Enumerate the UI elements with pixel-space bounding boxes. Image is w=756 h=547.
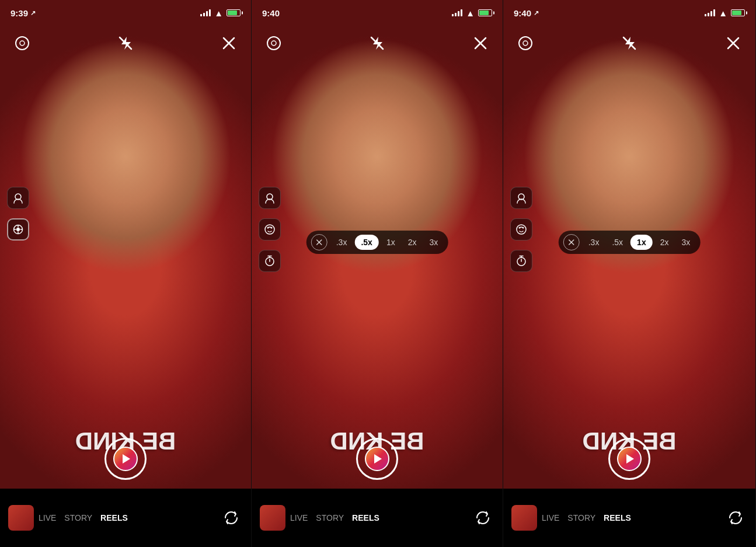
flash-off-button-2[interactable]	[367, 33, 388, 54]
face-effects-button-1[interactable]	[7, 187, 29, 209]
reels-capture-icon-1	[113, 447, 138, 471]
gallery-thumbnail-2[interactable]	[260, 505, 285, 531]
timer-button-3[interactable]	[510, 250, 532, 272]
capture-button-1[interactable]	[104, 438, 147, 480]
status-bar-2: 9:40 ▲	[252, 0, 503, 26]
mode-tab-live-2[interactable]: LIVE	[290, 513, 308, 522]
status-bar-3: 9:40 ↗ ▲	[503, 0, 755, 26]
svg-point-18	[265, 225, 274, 234]
settings-button-3[interactable]	[515, 33, 536, 54]
status-icons-3: ▲	[705, 8, 745, 18]
zoom-03x-3[interactable]: .3x	[583, 235, 605, 250]
reels-play-triangle-2	[374, 454, 382, 464]
face-effects-button-2[interactable]	[259, 187, 281, 209]
reels-play-triangle-3	[626, 454, 634, 464]
location-arrow-1: ↗	[30, 9, 36, 17]
svg-point-35	[522, 227, 524, 229]
wifi-icon-2: ▲	[466, 8, 475, 18]
flip-camera-button-1[interactable]	[220, 506, 243, 529]
camera-controls-1	[0, 26, 251, 61]
phone-panel-2: BE KND 9:40 ▲	[252, 0, 503, 547]
wifi-icon-3: ▲	[719, 8, 727, 18]
phone-panel-1: BE KIND 9:39 ↗ ▲	[0, 0, 252, 547]
svg-point-13	[271, 41, 276, 46]
face-background-1	[0, 0, 251, 489]
zoom-3x-2[interactable]: 3x	[424, 235, 443, 250]
signal-bars-3	[705, 9, 715, 16]
flash-off-button-3[interactable]	[619, 33, 640, 54]
zoom-2x-3[interactable]: 2x	[655, 235, 674, 250]
mode-tabs-2: LIVE STORY REELS	[290, 513, 471, 522]
svg-point-27	[519, 37, 532, 50]
mode-tab-story-1[interactable]: STORY	[64, 513, 92, 522]
location-arrow-3: ↗	[534, 9, 539, 17]
zoom-close-button-2[interactable]	[311, 234, 328, 250]
left-controls-1	[7, 187, 29, 241]
svg-point-0	[16, 37, 29, 50]
camera-controls-2	[252, 26, 503, 61]
filters-button-2[interactable]	[259, 218, 281, 241]
mode-tab-reels-1[interactable]: REELS	[100, 513, 128, 522]
zoom-3x-3[interactable]: 3x	[676, 235, 695, 250]
battery-icon-2	[478, 9, 492, 16]
speed-button-1[interactable]	[7, 218, 29, 241]
zoom-05x-3[interactable]: .5x	[607, 235, 628, 250]
left-controls-2	[259, 187, 281, 272]
zoom-close-button-3[interactable]	[563, 234, 580, 250]
status-time-1: 9:39	[11, 8, 28, 18]
mode-tabs-1: LIVE STORY REELS	[39, 513, 220, 522]
left-controls-3	[510, 187, 532, 272]
battery-icon-1	[227, 9, 241, 16]
close-button-2[interactable]	[470, 33, 491, 54]
svg-point-33	[517, 225, 526, 234]
timer-button-2[interactable]	[259, 250, 281, 272]
status-icons-2: ▲	[452, 8, 492, 18]
zoom-03x-2[interactable]: .3x	[331, 235, 353, 250]
mode-tab-reels-2[interactable]: REELS	[352, 513, 379, 522]
status-bar-1: 9:39 ↗ ▲	[0, 0, 251, 26]
flip-camera-button-3[interactable]	[724, 506, 747, 529]
battery-icon-3	[731, 9, 745, 16]
capture-button-3[interactable]	[608, 438, 650, 480]
zoom-05x-2[interactable]: .5x	[354, 235, 378, 250]
svg-point-12	[267, 37, 280, 50]
filters-button-3[interactable]	[510, 218, 532, 241]
mode-tab-live-1[interactable]: LIVE	[39, 513, 56, 522]
mode-tabs-3: LIVE STORY REELS	[542, 513, 724, 522]
close-button-1[interactable]	[218, 33, 239, 54]
camera-view-1: BE KIND	[0, 0, 251, 489]
flip-camera-button-2[interactable]	[471, 506, 494, 529]
gallery-thumbnail-3[interactable]	[511, 505, 537, 531]
svg-point-20	[271, 227, 273, 229]
settings-button-2[interactable]	[263, 33, 284, 54]
settings-button-1[interactable]	[12, 33, 33, 54]
reels-play-triangle-1	[123, 454, 130, 464]
reels-capture-icon-3	[617, 447, 642, 471]
gallery-thumbnail-1[interactable]	[8, 505, 34, 531]
svg-point-34	[519, 227, 521, 229]
phone-panel-3: BE KND 9:40 ↗ ▲	[503, 0, 756, 547]
zoom-1x-3[interactable]: 1x	[630, 235, 653, 250]
mode-tab-live-3[interactable]: LIVE	[542, 513, 559, 522]
svg-point-7	[16, 228, 20, 231]
status-time-3: 9:40	[514, 8, 531, 18]
signal-bars-2	[452, 9, 462, 16]
capture-button-2[interactable]	[356, 438, 398, 480]
wifi-icon-1: ▲	[214, 8, 223, 18]
face-effects-button-3[interactable]	[510, 187, 532, 209]
zoom-1x-2[interactable]: 1x	[381, 235, 400, 250]
zoom-bar-3: .3x .5x 1x 2x 3x	[559, 231, 701, 254]
mode-tab-story-2[interactable]: STORY	[316, 513, 344, 522]
status-icons-1: ▲	[200, 8, 241, 18]
zoom-2x-2[interactable]: 2x	[403, 235, 422, 250]
flash-off-button-1[interactable]	[115, 33, 136, 54]
mode-tab-story-3[interactable]: STORY	[567, 513, 595, 522]
bottom-bar-2: LIVE STORY REELS	[252, 489, 503, 547]
svg-point-28	[523, 41, 528, 46]
close-button-3[interactable]	[723, 33, 744, 54]
bottom-bar-3: LIVE STORY REELS	[503, 489, 755, 547]
reels-capture-icon-2	[365, 447, 389, 471]
signal-bars-1	[200, 9, 211, 16]
mode-tab-reels-3[interactable]: REELS	[604, 513, 631, 522]
bottom-bar-1: LIVE STORY REELS	[0, 489, 251, 547]
